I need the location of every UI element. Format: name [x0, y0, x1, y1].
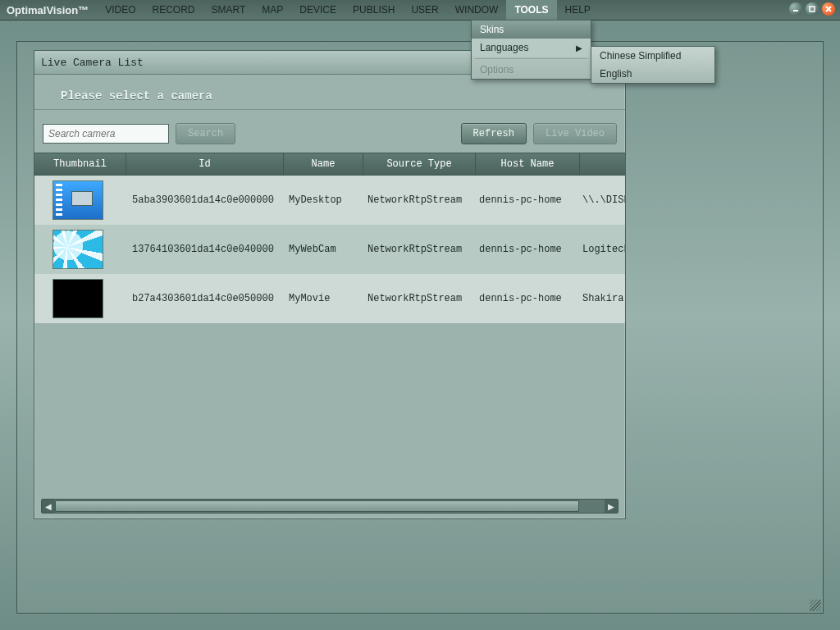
languages-dropdown: Chinese Simplified English: [591, 46, 715, 84]
menu-tools[interactable]: TOOLS: [506, 0, 556, 20]
cell-host: dennis-pc-home: [472, 194, 576, 206]
col-source-type[interactable]: Source Type: [363, 153, 476, 175]
menubar: VIDEO RECORD SMART MAP DEVICE PUBLISH US…: [97, 0, 599, 20]
cell-host: dennis-pc-home: [472, 244, 576, 255]
cell-dev: \\.\DISPLAY1, 0: [576, 194, 625, 206]
lang-english-label: English: [600, 68, 632, 80]
cell-name: MyWebCam: [282, 244, 361, 255]
cell-name: MyMovie: [282, 293, 361, 304]
cell-src: NetworkRtpStream: [361, 293, 472, 304]
col-name[interactable]: Name: [284, 153, 363, 175]
cell-dev: Logitech HD Webcam C27: [576, 244, 625, 255]
live-video-button[interactable]: Live Video: [533, 123, 617, 144]
refresh-button[interactable]: Refresh: [461, 123, 527, 144]
menu-window[interactable]: WINDOW: [447, 0, 507, 20]
scroll-left-icon[interactable]: ◀: [42, 500, 55, 513]
content-area: Live Camera List Please select a camera …: [16, 41, 824, 614]
cell-id: b27a4303601da14c0e050000: [126, 293, 282, 304]
table-row[interactable]: 5aba3903601da14c0e000000 MyDesktop Netwo…: [34, 176, 625, 225]
app-title: OptimalVision™: [7, 4, 89, 16]
horizontal-scrollbar[interactable]: ◀ ▶: [41, 499, 619, 514]
tools-dropdown: Skins Languages▶ Options: [471, 20, 591, 80]
table-row[interactable]: 13764103601da14c0e040000 MyWebCam Networ…: [34, 225, 625, 274]
col-thumbnail[interactable]: Thumbnail: [34, 153, 126, 175]
window-buttons: [789, 2, 835, 16]
thumbnail-movie-icon: [52, 279, 103, 318]
camera-list-panel: Live Camera List Please select a camera …: [34, 50, 626, 519]
table-header: Thumbnail Id Name Source Type Host Name: [34, 153, 625, 176]
search-button[interactable]: Search: [176, 123, 235, 144]
col-id[interactable]: Id: [126, 153, 284, 175]
col-device[interactable]: [580, 153, 625, 175]
toolbar: Search Refresh Live Video: [34, 120, 625, 153]
close-button[interactable]: [822, 2, 835, 16]
tools-skins-item[interactable]: Skins: [472, 21, 591, 39]
lang-chinese-label: Chinese Simplified: [600, 50, 681, 62]
resize-grip-icon[interactable]: [810, 600, 821, 611]
submenu-arrow-icon: ▶: [576, 43, 582, 52]
cell-id: 13764103601da14c0e040000: [126, 244, 282, 255]
scroll-track[interactable]: [55, 500, 605, 513]
tools-options-label: Options: [480, 64, 514, 75]
menu-record[interactable]: RECORD: [144, 0, 203, 20]
table-body: 5aba3903601da14c0e000000 MyDesktop Netwo…: [34, 176, 625, 323]
tools-languages-label: Languages: [480, 42, 528, 53]
cell-id: 5aba3903601da14c0e000000: [126, 194, 282, 206]
cell-host: dennis-pc-home: [472, 293, 576, 304]
tools-options-item[interactable]: Options: [472, 61, 591, 79]
table-row[interactable]: b27a4303601da14c0e050000 MyMovie Network…: [34, 274, 625, 323]
cell-name: MyDesktop: [282, 194, 361, 206]
menu-map[interactable]: MAP: [253, 0, 291, 20]
scroll-thumb[interactable]: [55, 500, 579, 512]
menu-publish[interactable]: PUBLISH: [345, 0, 403, 20]
panel-subtitle: Please select a camera: [34, 75, 625, 110]
minimize-button[interactable]: [789, 2, 802, 16]
menu-smart[interactable]: SMART: [203, 0, 254, 20]
cell-dev: Shakira-Waka.Waka.avi,: [576, 293, 625, 304]
menu-device[interactable]: DEVICE: [291, 0, 345, 20]
menu-help[interactable]: HELP: [557, 0, 599, 20]
svg-rect-1: [810, 7, 815, 11]
cell-src: NetworkRtpStream: [361, 244, 472, 255]
scroll-right-icon[interactable]: ▶: [605, 500, 618, 513]
maximize-button[interactable]: [806, 2, 819, 16]
menu-user[interactable]: USER: [403, 0, 446, 20]
title-bar: OptimalVision™ VIDEO RECORD SMART MAP DE…: [0, 0, 840, 21]
tools-languages-item[interactable]: Languages▶: [472, 39, 591, 57]
menu-video[interactable]: VIDEO: [97, 0, 144, 20]
lang-chinese-item[interactable]: Chinese Simplified: [591, 47, 714, 65]
thumbnail-webcam-icon: [52, 230, 103, 269]
lang-english-item[interactable]: English: [591, 65, 714, 83]
tools-skins-label: Skins: [480, 24, 504, 35]
cell-src: NetworkRtpStream: [361, 194, 472, 206]
col-host-name[interactable]: Host Name: [476, 153, 580, 175]
thumbnail-desktop-icon: [52, 180, 103, 220]
search-input[interactable]: [43, 124, 169, 144]
